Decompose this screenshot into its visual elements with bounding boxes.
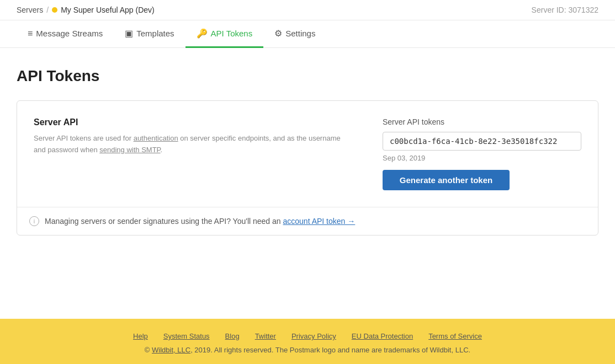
top-nav: Servers / My Super Useful App (Dev) Serv… [0,0,615,20]
templates-icon: ▣ [125,28,133,39]
tab-api-tokens[interactable]: 🔑 API Tokens [185,20,264,48]
server-status-dot [52,7,57,13]
footer-link-blog[interactable]: Blog [225,332,240,340]
page-title: API Tokens [17,67,598,85]
main-content: API Tokens Server API Server API tokens … [0,48,615,319]
info-icon: i [29,216,39,226]
tab-templates[interactable]: ▣ Templates [114,20,185,48]
breadcrumb: Servers / My Super Useful App (Dev) [17,6,155,14]
footer-link-privacy[interactable]: Privacy Policy [291,332,336,340]
desc-text-1: Server API tokens are used for [34,134,134,142]
card-section-title: Server API [34,117,349,127]
tab-api-tokens-label: API Tokens [211,29,253,38]
footer-link-eu-data[interactable]: EU Data Protection [352,332,413,340]
tab-templates-label: Templates [136,29,174,38]
footer-link-twitter[interactable]: Twitter [255,332,276,340]
account-api-token-link[interactable]: account API token → [283,217,356,226]
smtp-link[interactable]: sending with SMTP [99,146,160,154]
tab-message-streams-label: Message Streams [36,29,103,38]
card-section-label: Server API Server API tokens are used fo… [34,117,349,156]
footer-link-system-status[interactable]: System Status [163,332,210,340]
info-bar: i Managing servers or sender signatures … [17,207,598,235]
api-tokens-icon: 🔑 [197,28,208,39]
info-text-before: Managing servers or sender signatures us… [45,217,283,226]
tab-settings[interactable]: ⚙ Settings [263,20,326,48]
server-api-card: Server API Server API tokens are used fo… [17,100,598,235]
server-id: Server ID: 3071322 [532,6,598,14]
breadcrumb-current-label: My Super Useful App (Dev) [61,6,155,14]
breadcrumb-separator: / [46,6,49,14]
settings-icon: ⚙ [274,28,282,39]
footer-wildbit-link[interactable]: Wildbit, LLC [152,346,190,354]
breadcrumb-current: My Super Useful App (Dev) [52,6,155,14]
footer-copyright: © Wildbit, LLC, 2019. All rights reserve… [17,346,598,354]
token-label: Server API tokens [383,117,581,126]
footer: Help System Status Blog Twitter Privacy … [0,319,615,364]
message-streams-icon: ≡ [28,29,33,39]
token-date: Sep 03, 2019 [383,154,581,162]
token-input[interactable] [383,132,581,151]
authentication-link[interactable]: authentication [134,134,178,142]
footer-links: Help System Status Blog Twitter Privacy … [17,332,598,340]
tab-settings-label: Settings [285,29,315,38]
tab-nav: ≡ Message Streams ▣ Templates 🔑 API Toke… [0,20,615,48]
card-section-desc: Server API tokens are used for authentic… [34,133,349,156]
generate-token-button[interactable]: Generate another token [383,170,510,190]
footer-link-help[interactable]: Help [133,332,148,340]
card-body: Server API Server API tokens are used fo… [17,101,598,207]
desc-text-3: . [161,146,163,154]
info-text: Managing servers or sender signatures us… [45,217,355,226]
token-area: Server API tokens Sep 03, 2019 Generate … [383,117,581,190]
breadcrumb-parent[interactable]: Servers [17,6,43,14]
tab-message-streams[interactable]: ≡ Message Streams [17,21,114,48]
footer-link-terms[interactable]: Terms of Service [428,332,482,340]
